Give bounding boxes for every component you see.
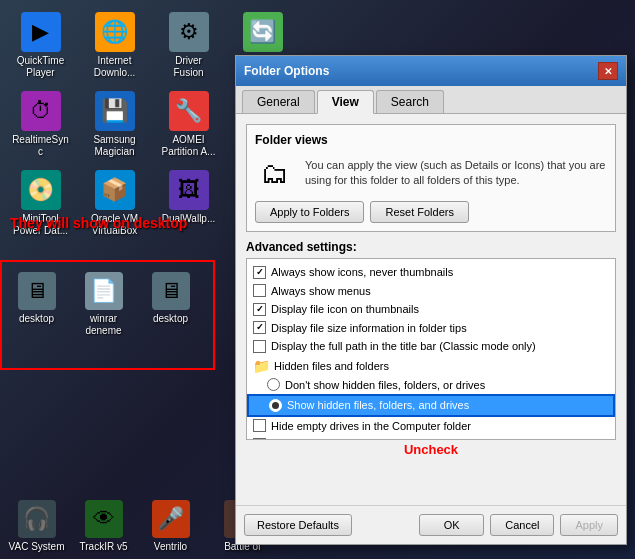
desktop-annotation: They will show on desktop <box>10 215 187 231</box>
checkbox-file-size[interactable] <box>253 321 266 334</box>
ok-button[interactable]: OK <box>419 514 484 536</box>
icon-realtimesync[interactable]: ⏱ RealtimeSync <box>8 87 73 162</box>
vac-label: VAC System <box>9 541 65 553</box>
folder-options-dialog: Folder Options ✕ General View Search Fol… <box>235 55 627 545</box>
internet-icon: 🌐 <box>95 12 135 52</box>
ventrilo-icon: 🎤 <box>152 500 190 538</box>
desktop: ▶ QuickTime Player 🌐 Internet Downlo... … <box>0 0 635 559</box>
ventrilo-label: Ventrilo <box>154 541 187 553</box>
settings-list-container: Always show icons, never thumbnails Alwa… <box>246 258 616 440</box>
apply-button[interactable]: Apply <box>560 514 618 536</box>
folder-views-title: Folder views <box>255 133 607 147</box>
minitool-power-icon: 📀 <box>21 170 61 210</box>
uncheck-annotation: Uncheck <box>246 442 616 457</box>
tab-search[interactable]: Search <box>376 90 444 113</box>
reset-folders-button[interactable]: Reset Folders <box>370 201 468 223</box>
setting-always-show-menus[interactable]: Always show menus <box>247 282 615 301</box>
icon-trackir[interactable]: 👁 TrackIR v5 <box>71 496 136 557</box>
setting-dont-show-hidden[interactable]: Don't show hidden files, folders, or dri… <box>247 376 615 395</box>
setting-full-path[interactable]: Display the full path in the title bar (… <box>247 337 615 356</box>
settings-list-wrapper: Always show icons, never thumbnails Alwa… <box>246 258 616 457</box>
checkbox-file-icon-thumbnails[interactable] <box>253 303 266 316</box>
tab-general[interactable]: General <box>242 90 315 113</box>
setting-dont-show-hidden-label: Don't show hidden files, folders, or dri… <box>285 377 485 394</box>
trackir-icon: 👁 <box>85 500 123 538</box>
folder-small-icon: 📁 <box>253 358 270 374</box>
vac-icon: 🎧 <box>18 500 56 538</box>
dialog-footer: Restore Defaults OK Cancel Apply <box>236 505 626 544</box>
checkbox-hide-extensions[interactable] <box>253 438 266 439</box>
samsung-icon: 💾 <box>95 91 135 131</box>
checkbox-always-show-icons[interactable] <box>253 266 266 279</box>
icon-vac[interactable]: 🎧 VAC System <box>4 496 69 557</box>
setting-hide-empty-drives[interactable]: Hide empty drives in the Computer folder <box>247 417 615 436</box>
realtimesync-icon: ⏱ <box>21 91 61 131</box>
driver-fusion-icon: ⚙ <box>169 12 209 52</box>
radio-dont-show-hidden[interactable] <box>267 378 280 391</box>
tab-view[interactable]: View <box>317 90 374 114</box>
icon-samsung[interactable]: 💾 Samsung Magician <box>82 87 147 162</box>
icon-internet[interactable]: 🌐 Internet Downlo... <box>82 8 147 83</box>
setting-hide-extensions[interactable]: Hide extensions for known file types <box>247 435 615 439</box>
selection-box <box>0 260 215 370</box>
setting-file-size-label: Display file size information in folder … <box>271 320 467 337</box>
bottom-icon-row: 🎧 VAC System 👁 TrackIR v5 🎤 Ventrilo <box>4 496 203 557</box>
checkbox-full-path[interactable] <box>253 340 266 353</box>
aomei-icon: 🔧 <box>169 91 209 131</box>
samsung-label: Samsung Magician <box>86 134 143 158</box>
close-button[interactable]: ✕ <box>598 62 618 80</box>
folder-views-section: Folder views 🗂 You can apply the view (s… <box>246 124 616 232</box>
dialog-body: Folder views 🗂 You can apply the view (s… <box>236 114 626 505</box>
dialog-tabs: General View Search <box>236 86 626 114</box>
setting-always-show-icons-label: Always show icons, never thumbnails <box>271 264 453 281</box>
dualwallp-icon: 🖼 <box>169 170 209 210</box>
dialog-titlebar: Folder Options ✕ <box>236 56 626 86</box>
setting-always-show-icons[interactable]: Always show icons, never thumbnails <box>247 263 615 282</box>
titlebar-buttons: ✕ <box>598 62 618 80</box>
realtimesync-label: RealtimeSync <box>12 134 69 158</box>
folder-views-description: You can apply the view (such as Details … <box>305 158 607 189</box>
checkbox-always-show-menus[interactable] <box>253 284 266 297</box>
icon-ventrilo[interactable]: 🎤 Ventrilo <box>138 496 203 557</box>
setting-hide-extensions-label: Hide extensions for known file types <box>271 436 446 439</box>
cancel-button[interactable]: Cancel <box>490 514 554 536</box>
setting-full-path-label: Display the full path in the title bar (… <box>271 338 536 355</box>
folder-views-icon: 🗂 <box>255 153 295 193</box>
setting-file-size[interactable]: Display file size information in folder … <box>247 319 615 338</box>
advanced-settings-label: Advanced settings: <box>246 240 616 254</box>
footer-action-buttons: OK Cancel Apply <box>419 514 618 536</box>
hidden-files-header-label: Hidden files and folders <box>274 360 389 372</box>
trackir-label: TrackIR v5 <box>80 541 128 553</box>
freefilesync-icon: 🔄 <box>243 12 283 52</box>
checkbox-hide-empty-drives[interactable] <box>253 419 266 432</box>
settings-list[interactable]: Always show icons, never thumbnails Alwa… <box>247 259 615 439</box>
icon-driver-fusion[interactable]: ⚙ Driver Fusion <box>156 8 221 83</box>
quicktime-label: QuickTime Player <box>12 55 69 79</box>
folder-views-buttons: Apply to Folders Reset Folders <box>255 201 607 223</box>
virtualbox-icon: 📦 <box>95 170 135 210</box>
radio-show-hidden[interactable] <box>269 399 282 412</box>
setting-file-icon-thumbnails[interactable]: Display file icon on thumbnails <box>247 300 615 319</box>
dialog-title: Folder Options <box>244 64 598 78</box>
quicktime-icon: ▶ <box>21 12 61 52</box>
setting-hide-empty-drives-label: Hide empty drives in the Computer folder <box>271 418 471 435</box>
icon-aomei[interactable]: 🔧 AOMEI Partition A... <box>156 87 221 162</box>
icon-quicktime[interactable]: ▶ QuickTime Player <box>8 8 73 83</box>
setting-always-show-menus-label: Always show menus <box>271 283 371 300</box>
setting-show-hidden-label: Show hidden files, folders, and drives <box>287 397 469 414</box>
setting-file-icon-thumbnails-label: Display file icon on thumbnails <box>271 301 419 318</box>
folder-views-content: 🗂 You can apply the view (such as Detail… <box>255 153 607 193</box>
setting-show-hidden[interactable]: Show hidden files, folders, and drives <box>247 394 615 417</box>
restore-defaults-button[interactable]: Restore Defaults <box>244 514 352 536</box>
driver-fusion-label: Driver Fusion <box>160 55 217 79</box>
apply-to-folders-button[interactable]: Apply to Folders <box>255 201 364 223</box>
aomei-label: AOMEI Partition A... <box>160 134 217 158</box>
internet-label: Internet Downlo... <box>86 55 143 79</box>
setting-hidden-files-header: 📁 Hidden files and folders <box>247 356 615 376</box>
